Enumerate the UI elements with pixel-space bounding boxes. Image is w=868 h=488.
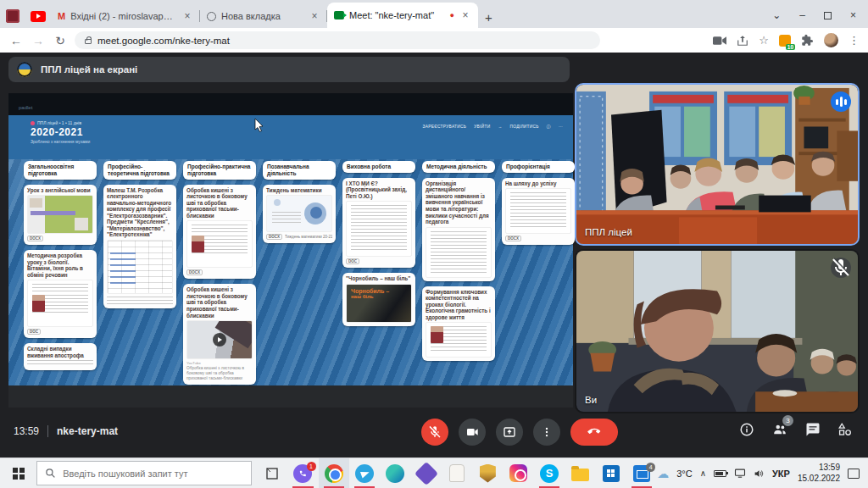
column-header[interactable]: Виховна робота xyxy=(342,161,415,173)
tab-close-icon[interactable]: × xyxy=(459,9,471,21)
extension-badge: 10 xyxy=(786,44,795,50)
taskbar-app-telegram[interactable] xyxy=(349,458,380,488)
padlet-card[interactable]: "Чорнобиль – наш біль" Чорнобиль – наш б… xyxy=(342,273,415,326)
taskbar-app-viber[interactable]: 1 xyxy=(287,458,318,488)
card-video-preview[interactable] xyxy=(186,320,253,359)
padlet-card[interactable]: Тиждень математики DOCX Тиждень математи… xyxy=(263,185,336,244)
tab-close-icon[interactable]: × xyxy=(309,10,320,22)
column-header[interactable]: Професійно-теоретична підготовка xyxy=(103,161,176,180)
address-bar[interactable]: meet.google.com/nke-tery-mat xyxy=(75,31,600,49)
camera-button[interactable] xyxy=(459,419,486,446)
tab-meet-active[interactable]: Meet: "nke-tery-mat" ● × xyxy=(327,3,478,28)
maximize-button[interactable] xyxy=(824,12,832,19)
padlet-card[interactable]: Обробка кишені з листочкою в боковому шв… xyxy=(183,284,256,385)
photo-thumb xyxy=(30,198,42,208)
padlet-card[interactable]: Формування ключових компетентностей на у… xyxy=(422,286,495,362)
extension-icon[interactable]: 10 xyxy=(779,35,791,47)
activities-button[interactable] xyxy=(837,422,853,441)
taskbar-app-explorer[interactable] xyxy=(565,458,595,488)
padlet-register-link[interactable]: ЗАРЕЄСТРУВАТИСЬ xyxy=(423,125,467,129)
close-window-button[interactable]: × xyxy=(850,9,856,21)
presentation-banner[interactable]: ППЛ ліцей на екрані xyxy=(8,57,570,82)
reload-button[interactable]: ↻ xyxy=(53,34,68,47)
action-center-icon[interactable] xyxy=(848,469,860,479)
participants-button[interactable]: 3 xyxy=(771,422,788,441)
task-view-button[interactable] xyxy=(257,458,287,488)
url-text[interactable]: meet.google.com/nke-tery-mat xyxy=(97,36,230,46)
pinned-tab-youtube[interactable] xyxy=(25,4,51,28)
speaker-icon[interactable] xyxy=(754,469,765,479)
taskbar-app-chrome[interactable] xyxy=(319,458,349,488)
card-document-preview xyxy=(426,227,492,278)
clock[interactable]: 13:59 15.02.2022 xyxy=(798,463,840,484)
padlet-card[interactable]: Складні випадки вживання апострофа xyxy=(24,343,97,370)
camera-in-use-icon[interactable] xyxy=(713,36,726,46)
column-header[interactable]: Загальноосвітня підготовка xyxy=(24,161,97,180)
taskbar-app-store[interactable] xyxy=(596,458,626,488)
chat-button[interactable] xyxy=(805,422,821,441)
attachment-row[interactable]: DOCX xyxy=(505,236,571,241)
participant-tile-lyceum[interactable]: ППЛ ліцей xyxy=(575,83,860,246)
column-header[interactable]: Професійно-практична підготовка xyxy=(183,161,256,180)
pinned-tab-reader[interactable] xyxy=(0,4,25,28)
column-header[interactable]: Методична діяльність xyxy=(422,161,495,173)
more-options-button[interactable] xyxy=(533,419,560,446)
padlet-card[interactable]: Малеш Т.М. Розробка електронного навчаль… xyxy=(103,185,176,308)
taskbar-app-purple[interactable] xyxy=(411,458,442,488)
back-button[interactable]: ← xyxy=(8,34,24,47)
taskbar-app-white[interactable] xyxy=(442,458,472,488)
present-screen-button[interactable] xyxy=(496,419,523,446)
profile-avatar[interactable] xyxy=(824,33,838,47)
play-button-icon[interactable] xyxy=(213,333,226,347)
new-tab-button[interactable]: + xyxy=(485,10,492,25)
tab-new-tab[interactable]: Нова вкладка × xyxy=(200,4,327,28)
taskbar-app-edge[interactable] xyxy=(380,458,410,488)
puzzle-extensions-icon[interactable] xyxy=(801,34,814,47)
meeting-details-button[interactable] xyxy=(739,422,754,441)
minimize-button[interactable]: – xyxy=(799,9,805,21)
tab-gmail[interactable]: M Вхідні (2) - miroslavapopovic35 × xyxy=(51,4,200,28)
search-input[interactable] xyxy=(63,469,232,479)
taskbar-app-mail[interactable]: 4 xyxy=(626,458,657,488)
end-call-button[interactable] xyxy=(570,419,618,446)
share-icon[interactable] xyxy=(737,35,748,47)
padlet-more-icon[interactable]: ⋯ xyxy=(559,125,563,129)
padlet-card[interactable]: На шляху до успіху DOCX xyxy=(502,178,575,246)
hidden-icons-chevron[interactable]: ∧ xyxy=(700,469,706,478)
padlet-card[interactable]: І ХТО МИ Є? (Просвітницький захід, Петі … xyxy=(342,178,415,269)
padlet-share-link[interactable]: ПОДІЛИТИСЬ xyxy=(510,125,539,129)
padlet-card[interactable]: Урок з англійської мови DOCX xyxy=(24,185,97,246)
tab-close-icon[interactable]: × xyxy=(181,10,193,22)
attachment-row[interactable]: DOC xyxy=(346,258,412,264)
weather-cloud-icon[interactable]: ☁ xyxy=(657,467,669,480)
battery-icon[interactable] xyxy=(714,470,726,477)
start-button[interactable] xyxy=(0,458,36,488)
attachment-row[interactable]: DOC xyxy=(27,329,93,335)
person-photo-thumb xyxy=(32,295,45,312)
participant-tile-self[interactable]: Ви xyxy=(575,249,860,413)
taskbar-app-instagram[interactable] xyxy=(504,458,534,488)
padlet-card[interactable]: Організація дистанційного/змішаного навч… xyxy=(422,178,495,281)
column-header[interactable]: Профорієнтація xyxy=(502,161,575,173)
shared-screen[interactable]: padlet ППЛ ліцей • 1 • 11 днів 2020-2021… xyxy=(8,93,573,408)
attachment-row[interactable]: DOCX xyxy=(186,269,253,275)
attachment-row[interactable]: DOCX xyxy=(27,236,93,241)
column-header[interactable]: Позанавчальна діяльність xyxy=(263,161,336,180)
padlet-card[interactable]: Методична розробка уроку з біології. Віт… xyxy=(24,250,97,338)
taskbar-search[interactable] xyxy=(36,461,252,485)
padlet-card[interactable]: Обробка кишені з листочкою в боковому шв… xyxy=(183,185,256,280)
attachment-row[interactable]: DOCX Тиждень математики 20-21 xyxy=(266,234,332,240)
taskbar-app-skype[interactable]: S xyxy=(534,458,565,488)
forward-button[interactable]: → xyxy=(31,34,46,47)
mic-mute-button[interactable] xyxy=(421,419,448,446)
language-indicator[interactable]: УКР xyxy=(772,469,790,479)
card-dark-thumbnail[interactable]: Чорнобиль – наш біль xyxy=(346,284,412,323)
browser-menu-icon[interactable]: ⋮ xyxy=(849,34,860,47)
info-icon[interactable]: ⓘ xyxy=(547,124,551,129)
padlet-login-link[interactable]: УВІЙТИ xyxy=(474,125,490,129)
display-icon[interactable] xyxy=(734,469,746,478)
taskbar-app-game[interactable] xyxy=(472,458,503,488)
temperature[interactable]: 3°C xyxy=(676,469,692,479)
bookmark-star-icon[interactable]: ☆ xyxy=(759,34,769,47)
chevron-down-icon[interactable]: ⌄ xyxy=(772,9,781,21)
